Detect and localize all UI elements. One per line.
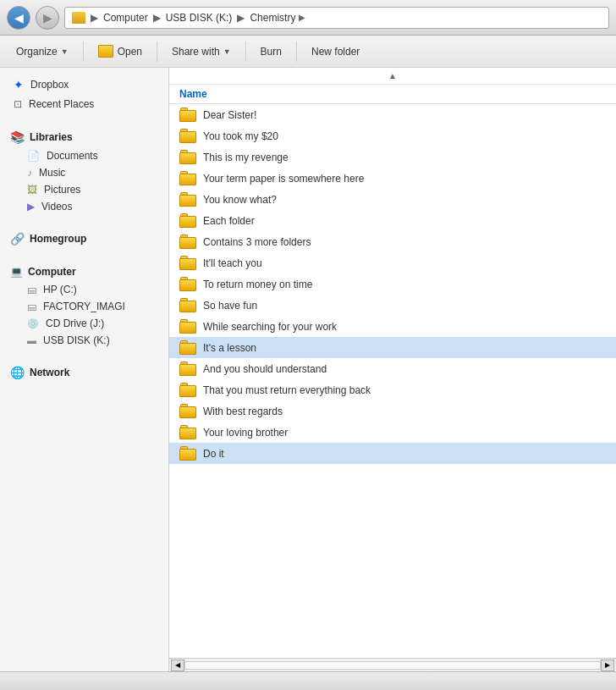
list-item[interactable]: This is my revenge <box>169 146 616 168</box>
folder-icon <box>179 446 196 461</box>
back-button[interactable]: ◀ <box>7 6 30 30</box>
sidebar-item-cd-drive[interactable]: 💿 CD Drive (J:) <box>0 315 168 332</box>
computer-label: Computer <box>28 266 76 278</box>
file-list-header[interactable]: Name <box>169 85 616 104</box>
list-item[interactable]: To return money on time <box>169 273 616 295</box>
file-name: Contains 3 more folders <box>203 236 311 248</box>
network-icon: 🌐 <box>10 366 25 379</box>
factory-label: FACTORY_IMAGI <box>43 301 125 312</box>
sidebar-spacer-2 <box>0 215 168 224</box>
folder-icon <box>179 192 196 207</box>
forward-button[interactable]: ▶ <box>36 6 59 30</box>
folder-icon <box>179 171 196 185</box>
share-dropdown-arrow: ▼ <box>223 47 231 56</box>
list-item[interactable]: You took my $20 <box>169 125 616 146</box>
toolbar: Organize ▼ Open Share with ▼ Burn New fo… <box>0 36 616 68</box>
sidebar-item-dropbox[interactable]: ✦ Dropbox <box>0 75 168 95</box>
sidebar-item-pictures[interactable]: 🖼 Pictures <box>0 181 168 198</box>
file-name: You took my $20 <box>203 130 278 142</box>
libraries-label: Libraries <box>30 131 73 143</box>
sidebar-item-documents[interactable]: 📄 Documents <box>0 147 168 164</box>
file-name: Your term paper is somewhere here <box>203 173 364 185</box>
recent-places-icon: ⊡ <box>14 98 22 110</box>
folder-icon <box>72 12 85 24</box>
sidebar-item-videos[interactable]: ▶ Videos <box>0 198 168 215</box>
h-scroll-right-btn[interactable]: ▶ <box>601 660 614 671</box>
cd-drive-icon: 💿 <box>27 318 39 329</box>
list-item[interactable]: Your term paper is somewhere here <box>169 168 616 189</box>
new-folder-button[interactable]: New folder <box>302 41 369 62</box>
open-label: Open <box>118 46 142 58</box>
sidebar-item-music[interactable]: ♪ Music <box>0 164 168 181</box>
folder-icon <box>179 404 196 418</box>
sidebar-homegroup-section[interactable]: 🔗 Homegroup <box>0 224 168 249</box>
folder-icon <box>179 150 196 164</box>
list-item[interactable]: While searching for your work <box>169 316 616 337</box>
list-item[interactable]: Do it <box>169 443 616 464</box>
sidebar-item-usb-disk[interactable]: ▬ USB DISK (K:) <box>0 332 168 349</box>
sidebar-libraries-section[interactable]: 📚 Libraries <box>0 122 168 147</box>
horizontal-scrollbar[interactable]: ◀ ▶ <box>169 658 616 671</box>
music-icon: ♪ <box>27 167 32 179</box>
sidebar-computer-section[interactable]: 💻 Computer <box>0 257 168 281</box>
libraries-icon: 📚 <box>10 130 25 144</box>
sidebar-spacer-1 <box>0 113 168 122</box>
pictures-label: Pictures <box>44 184 80 196</box>
new-folder-label: New folder <box>311 46 360 58</box>
address-chemistry[interactable]: Chemistry <box>250 12 295 24</box>
list-item[interactable]: You know what? <box>169 189 616 210</box>
file-name: It'll teach you <box>203 257 262 269</box>
folder-icon <box>179 383 196 397</box>
list-item[interactable]: Your loving brother <box>169 422 616 443</box>
toolbar-sep-4 <box>296 41 297 62</box>
open-button[interactable]: Open <box>89 41 151 62</box>
status-bar <box>0 671 616 690</box>
list-item[interactable]: With best regards <box>169 400 616 422</box>
usb-disk-icon: ▬ <box>27 335 36 345</box>
share-with-button[interactable]: Share with ▼ <box>162 41 240 62</box>
file-name: It's a lesson <box>203 342 256 354</box>
sidebar-network-section[interactable]: 🌐 Network <box>0 357 168 383</box>
file-name: That you must return everything back <box>203 384 371 396</box>
organize-button[interactable]: Organize ▼ <box>7 41 78 62</box>
list-item[interactable]: It'll teach you <box>169 252 616 273</box>
file-name: And you should understand <box>203 363 327 375</box>
address-separator-2: ▶ <box>153 12 161 24</box>
file-name: So have fun <box>203 300 257 312</box>
sidebar-item-factory[interactable]: 🖴 FACTORY_IMAGI <box>0 298 168 315</box>
list-item[interactable]: Dear Sister! <box>169 104 616 125</box>
network-label: Network <box>30 367 69 378</box>
factory-drive-icon: 🖴 <box>27 301 36 312</box>
name-column-header[interactable]: Name <box>179 88 207 100</box>
sidebar-spacer-4 <box>0 349 168 357</box>
h-scroll-track <box>184 661 601 670</box>
back-icon: ◀ <box>14 11 24 25</box>
file-scroll-area[interactable]: Dear Sister!You took my $20This is my re… <box>169 104 616 658</box>
list-item[interactable]: That you must return everything back <box>169 379 616 400</box>
h-scroll-left-btn[interactable]: ◀ <box>171 660 184 671</box>
address-bar[interactable]: ▶ Computer ▶ USB DISK (K:) ▶ Chemistry ▶ <box>64 7 609 29</box>
address-separator-3: ▶ <box>237 12 245 24</box>
share-with-label: Share with <box>172 46 220 58</box>
list-item[interactable]: So have fun <box>169 295 616 316</box>
up-arrow-area: ▲ <box>169 68 616 85</box>
list-item[interactable]: It's a lesson <box>169 337 616 358</box>
videos-icon: ▶ <box>27 201 35 213</box>
burn-label: Burn <box>261 46 282 58</box>
open-folder-icon <box>98 45 113 58</box>
address-computer[interactable]: Computer <box>103 12 148 24</box>
address-bar-area: ◀ ▶ ▶ Computer ▶ USB DISK (K:) ▶ Chemist… <box>0 0 616 36</box>
file-name: While searching for your work <box>203 321 337 333</box>
address-usb[interactable]: USB DISK (K:) <box>166 12 233 24</box>
file-name: Do it <box>203 448 224 460</box>
burn-button[interactable]: Burn <box>251 41 291 62</box>
videos-label: Videos <box>41 201 72 213</box>
toolbar-sep-1 <box>83 41 84 62</box>
homegroup-label: Homegroup <box>30 233 86 245</box>
list-item[interactable]: Each folder <box>169 210 616 231</box>
list-item[interactable]: Contains 3 more folders <box>169 231 616 252</box>
sidebar-item-hp-drive[interactable]: 🖴 HP (C:) <box>0 281 168 298</box>
pictures-icon: 🖼 <box>27 184 37 196</box>
list-item[interactable]: And you should understand <box>169 358 616 379</box>
sidebar-item-recent-places[interactable]: ⊡ Recent Places <box>0 95 168 113</box>
